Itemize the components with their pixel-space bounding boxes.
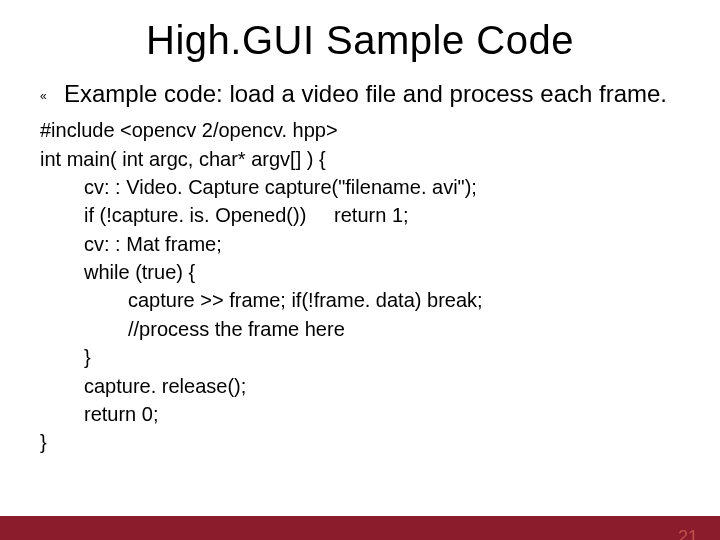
code-block: #include <opencv 2/opencv. hpp> int main…: [40, 116, 680, 457]
code-line: }: [40, 428, 680, 456]
code-line: capture. release();: [40, 372, 680, 400]
code-line: int main( int argc, char* argv[] ) {: [40, 145, 680, 173]
code-line: cv: : Mat frame;: [40, 230, 680, 258]
code-line: cv: : Video. Capture capture("filename. …: [40, 173, 680, 201]
code-line: #include <opencv 2/opencv. hpp>: [40, 116, 680, 144]
slide-title: High.GUI Sample Code: [0, 18, 720, 63]
code-line: }: [40, 343, 680, 371]
bullet-item: « Example code: load a video file and pr…: [40, 77, 680, 110]
code-line: capture >> frame; if(!frame. data) break…: [40, 286, 680, 314]
slide: High.GUI Sample Code « Example code: loa…: [0, 18, 720, 540]
code-line: //process the frame here: [40, 315, 680, 343]
slide-content: « Example code: load a video file and pr…: [0, 77, 720, 457]
code-line: while (true) {: [40, 258, 680, 286]
code-line: if (!capture. is. Opened()) return 1;: [40, 201, 680, 229]
page-number: 21: [678, 527, 698, 540]
bullet-mark-icon: «: [40, 88, 64, 105]
footer-bar: [0, 516, 720, 540]
code-line: return 0;: [40, 400, 680, 428]
bullet-text: Example code: load a video file and proc…: [64, 77, 667, 110]
